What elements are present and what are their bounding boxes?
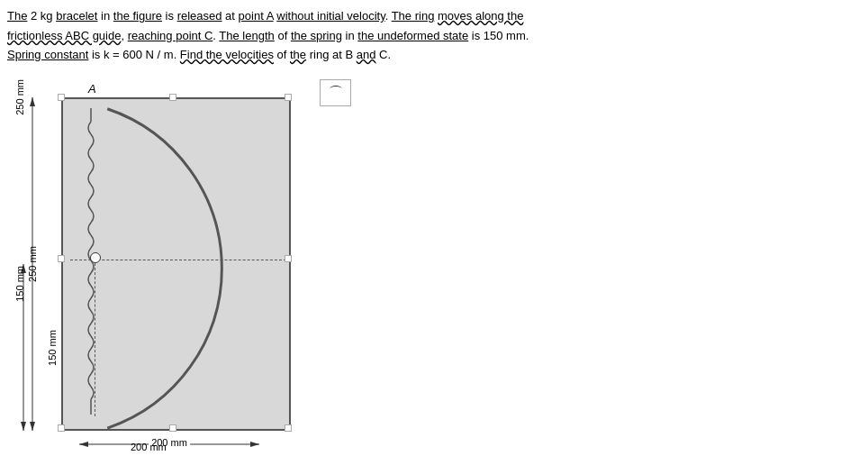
dim-150-label: 150 mm [47, 330, 58, 366]
diagram: A B C [7, 79, 313, 449]
arc-icon: ⌒ [329, 84, 343, 103]
problem-text: The 2 kg bracelet in the figure is relea… [7, 7, 861, 66]
handle-bl [58, 424, 65, 432]
label-a: A [88, 82, 96, 96]
frame-rect [61, 97, 291, 431]
diagram-icon: ⌒ [320, 79, 351, 106]
dashed-line-b [70, 260, 286, 260]
handle-tm [169, 94, 176, 101]
svg-marker-3 [30, 97, 35, 106]
svg-marker-7 [21, 422, 26, 431]
ring-circle [90, 252, 101, 263]
handle-mr [285, 255, 292, 262]
handle-br [285, 424, 292, 432]
dim-150-text: 150 mm [14, 266, 25, 302]
handle-tl [58, 94, 65, 101]
handle-bm [169, 424, 176, 432]
dim-200-text: 200 mm [131, 442, 167, 452]
handle-ml [58, 255, 65, 262]
svg-marker-10 [250, 442, 259, 447]
vertical-dashed-line [95, 263, 95, 416]
svg-marker-9 [79, 442, 88, 447]
dimension-200: 200 mm [79, 435, 259, 458]
handle-tr [285, 94, 292, 101]
dim-250-text: 250 mm [14, 79, 25, 115]
